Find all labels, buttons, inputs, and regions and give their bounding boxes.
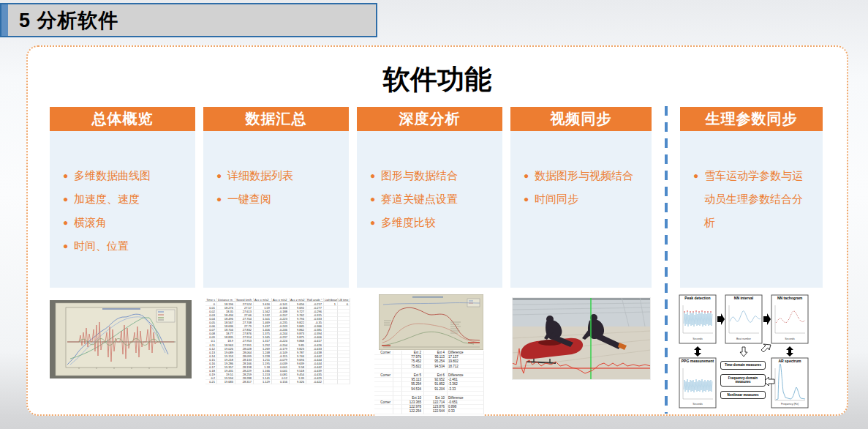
measure-box: Frequency-domain measures [720,374,766,387]
track-plot-photo [379,294,483,350]
bullet-item: ●雪车运动学参数与运动员生理参数结合分析 [693,164,807,234]
table-cell [338,380,350,384]
panel-title-ar: AR spectrum [771,359,808,363]
col-header-cell: Distance m [217,298,235,302]
table-cell: 0.21 [205,380,217,384]
table-cell: 19.683 [217,380,235,384]
bullet-text: 雪车运动学参数与运动员生理参数结合分析 [704,164,807,234]
table-cell: 9.326 [290,380,306,384]
column-header-physio: 生理参数同步 [680,107,823,131]
column-body-video: ●数据图形与视频结合●时间同步 [510,131,652,288]
col-header-cell: LB time s [338,298,350,302]
bullet-text: 赛道关键点设置 [381,187,486,211]
column-header-analysis: 深度分析 [357,107,502,131]
double-arrow-left [694,346,701,357]
column-header-summary: 数据汇总 [203,107,349,131]
measure-box: Time-domain measures [720,361,766,370]
data-list-rows: 0 18.196 27.524 1.616 -0.141 9.656 -0.21… [205,302,350,386]
curve-plot-photo [50,300,192,378]
panel-title-peak: Peak detection [679,296,716,300]
dashed-divider [664,106,668,414]
bullet-text: 数据图形与视频结合 [535,164,635,187]
bullet-text: 一键查阅 [227,187,333,211]
bullet-item: ●时间同步 [524,187,635,211]
bullet-dot: ● [370,211,381,234]
bullet-dot: ● [370,187,381,211]
axis-label: Seconds [679,403,716,406]
measure-boxes: Time-domain measuresFrequency-domain mea… [720,361,766,403]
measure-box: Nonlinear measures [720,391,766,400]
bullet-item: ●多维数据曲线图 [63,164,179,187]
col-header-cell: Acc y m/s2 [272,298,290,302]
column-body-analysis: ●图形与数据结合●赛道关键点设置●多维度比较 [357,131,502,288]
axis-label: Beat number [725,337,762,340]
bullet-dot: ● [524,187,535,211]
bullet-dot: ● [693,164,704,234]
table-cell [324,380,338,384]
hollow-down-arrow [740,347,747,357]
plot-title-mark [102,308,140,310]
bullet-text: 横滚角 [74,211,179,234]
col-header-cell: Speed km/h [235,298,254,302]
col-header-cell: Roll angle ° [306,298,324,302]
column-header-overview: 总体概览 [50,107,195,131]
bullet-item: ●多维度比较 [370,211,486,234]
bullet-item: ●赛道关键点设置 [370,187,486,211]
plot-title-mark [412,296,443,298]
physio-diagram: Peak detection NN interval NN tachogram … [679,291,809,412]
bullet-item: ●横滚角 [63,211,179,234]
column-header-video: 视频同步 [510,107,652,131]
bullet-dot: ● [63,211,74,234]
column-body-summary: ●详细数据列表●一键查阅 [203,131,349,288]
bullet-dot: ● [370,164,381,187]
column-body-physio: ●雪车运动学参数与运动员生理参数结合分析 [680,131,823,288]
hollow-upright-arrow [761,344,771,352]
bullet-dot: ● [63,164,74,187]
main-title: 软件功能 [26,61,848,98]
bullet-text: 多维数据曲线图 [74,164,179,187]
col-header-cell: Acc z m/s2 [290,298,306,302]
table-cell [374,409,393,414]
slide-header-bar: 5 分析软件 [0,3,377,37]
panel-title-tachogram: NN tachogram [771,296,808,300]
axis-label: Seconds [679,337,716,340]
header-accent-stripe [1,4,8,36]
bullet-item: ●图形与数据结合 [370,164,486,187]
bullet-item: ●加速度、速度 [63,187,179,211]
bullet-text: 多维度比较 [381,211,486,234]
bullet-item: ●详细数据列表 [216,164,333,187]
axis-label: Seconds [771,337,808,340]
corner-compare-table: Corner Ext 2 Ext 4 Difference 77.976 95.… [374,351,484,416]
plot-legend [156,310,175,322]
panel-title-ppg: PPG measurement [679,359,716,363]
table-cell: -0.422 [306,380,324,384]
bullet-item: ●数据图形与视频结合 [524,164,635,187]
bullet-dot: ● [216,187,227,211]
panel-title-nninterval: NN interval [725,296,762,300]
bullet-dot: ● [216,164,227,187]
table-cell: 1.129 [254,380,272,384]
bullet-text: 详细数据列表 [227,164,333,187]
bullet-text: 图形与数据结合 [381,164,486,187]
bullet-dot: ● [524,164,535,187]
table-cell: 0.156 [272,380,290,384]
col-header-cell: Lightbeam [324,298,338,302]
table-cell: 0.33 [448,409,484,414]
bullet-item: ●一键查阅 [216,187,333,211]
table-cell: 28.317 [235,380,254,384]
page-title: 5 分析软件 [19,7,119,34]
col-header-cell: Acc x m/s2 [254,298,272,302]
bullet-text: 加速度、速度 [74,187,179,211]
bullet-text: 时间同步 [535,187,635,211]
table-cell: 122.544 [424,409,448,414]
table-cell: 122.254 [402,409,424,414]
bullet-item: ●时间、位置 [63,234,179,258]
table-cell [393,409,402,414]
column-body-overview: ●多维数据曲线图●加速度、速度●横滚角●时间、位置 [50,131,195,288]
axis-label: Frequency (Hz) [771,403,808,406]
double-arrow-right [786,346,793,357]
bullet-dot: ● [63,187,74,211]
col-header-cell: Time s [205,298,217,302]
bullet-dot: ● [63,234,74,258]
bullet-text: 时间、位置 [74,234,179,258]
